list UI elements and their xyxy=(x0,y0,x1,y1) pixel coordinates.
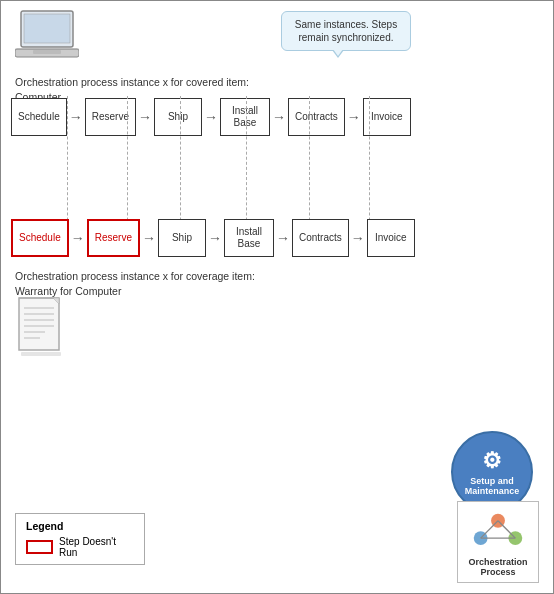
legend-item: Step Doesn't Run xyxy=(26,536,134,558)
laptop-icon xyxy=(15,9,79,63)
arrow-2: → xyxy=(138,110,152,124)
arrow-10: → xyxy=(351,231,365,245)
arrow-3: → xyxy=(204,110,218,124)
setup-line1: Setup and xyxy=(470,476,514,486)
flow-box-reserve-2: Reserve xyxy=(87,219,140,257)
gear-icon: ⚙ xyxy=(482,448,502,474)
main-container: Same instances. Steps remain synchronize… xyxy=(0,0,554,594)
flow-box-schedule-2: Schedule xyxy=(11,219,69,257)
flow-box-contracts-1: Contracts xyxy=(288,98,345,136)
flow-box-invoice-2: Invoice xyxy=(367,219,415,257)
legend-title: Legend xyxy=(26,520,134,532)
svg-rect-1 xyxy=(24,14,70,43)
arrow-4: → xyxy=(272,110,286,124)
callout-text: Same instances. Steps remain synchronize… xyxy=(295,19,397,43)
orch1-line1: Orchestration process instance x for cov… xyxy=(15,76,249,88)
flow-box-schedule-1: Schedule xyxy=(11,98,67,136)
legend-item-label: Step Doesn't Run xyxy=(59,536,134,558)
arrow-9: → xyxy=(276,231,290,245)
callout-bubble: Same instances. Steps remain synchronize… xyxy=(281,11,411,51)
orch-process-label: OrchestrationProcess xyxy=(468,557,527,577)
orch2-line1: Orchestration process instance x for cov… xyxy=(15,270,255,282)
setup-line2: Maintenance xyxy=(465,486,520,496)
arrow-7: → xyxy=(142,231,156,245)
arrow-1: → xyxy=(69,110,83,124)
arrow-6: → xyxy=(71,231,85,245)
flow-box-reserve-1: Reserve xyxy=(85,98,136,136)
legend-swatch xyxy=(26,540,53,554)
arrow-5: → xyxy=(347,110,361,124)
orchestration-label-2: Orchestration process instance x for cov… xyxy=(15,269,255,298)
flow-box-installbase-2: InstallBase xyxy=(224,219,274,257)
svg-rect-14 xyxy=(21,352,61,356)
warranty-icon xyxy=(15,296,67,360)
flow-box-ship-2: Ship xyxy=(158,219,206,257)
flow-row-1: Schedule → Reserve → Ship → InstallBase … xyxy=(11,98,411,136)
svg-line-19 xyxy=(498,521,515,538)
flow-box-installbase-1: InstallBase xyxy=(220,98,270,136)
arrow-8: → xyxy=(208,231,222,245)
legend-box: Legend Step Doesn't Run xyxy=(15,513,145,565)
svg-line-18 xyxy=(481,521,498,538)
flow-row-2: Schedule → Reserve → Ship → InstallBase … xyxy=(11,219,415,257)
orchestration-process-icon[interactable]: OrchestrationProcess xyxy=(457,501,539,583)
flow-box-contracts-2: Contracts xyxy=(292,219,349,257)
flow-box-ship-1: Ship xyxy=(154,98,202,136)
svg-rect-3 xyxy=(33,50,61,54)
orch2-line2: Warranty for Computer xyxy=(15,285,121,297)
svg-rect-5 xyxy=(19,298,59,350)
